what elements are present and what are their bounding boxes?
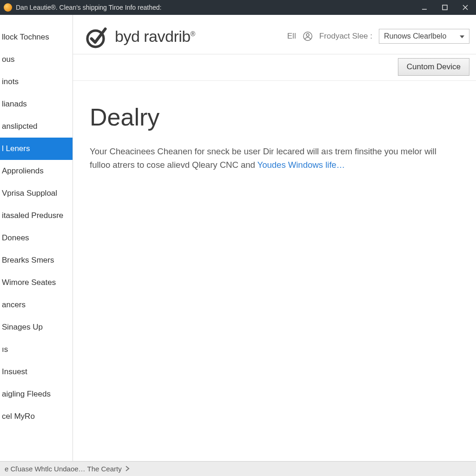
close-button[interactable] [461, 3, 469, 12]
main-panel: byd ravdrib® Ell Frodyact Slee : Runows … [73, 15, 476, 461]
sidebar-item[interactable]: l Leners [0, 138, 73, 160]
sidebar-item[interactable]: ous [0, 48, 73, 71]
logo-suffix: ® [191, 30, 195, 37]
sidebar-item[interactable]: Donees [0, 227, 73, 249]
maximize-button[interactable] [441, 3, 449, 12]
sidebar-item[interactable]: ıs [0, 338, 73, 361]
header: byd ravdrib® Ell Frodyact Slee : Runows … [73, 15, 476, 54]
window-titlebar: Dan Leautie®. Clean's shipping Tiroe Inf… [0, 0, 476, 15]
page-description: Your Cheacinees Cheanen for sneck be use… [90, 145, 459, 172]
window-controls [420, 3, 472, 12]
page-title: Dealry [90, 103, 459, 131]
sidebar: llock Tochnesousinotslianadsanslipctedl … [0, 15, 73, 461]
chevron-right-icon [125, 465, 130, 473]
sidebar-item[interactable]: Brearks Smers [0, 249, 73, 271]
status-text: e Cľuase Whtlc Undaoe… The Cearty [5, 465, 122, 473]
sidebar-item[interactable]: anslipcted [0, 115, 73, 138]
sidebar-item[interactable]: ancers [0, 294, 73, 316]
select-label: Frodyact Slee : [319, 32, 372, 41]
header-link-ell[interactable]: Ell [287, 32, 296, 41]
app-icon [4, 3, 12, 12]
custom-device-button[interactable]: Cuntom Device [398, 58, 469, 76]
header-controls: Ell Frodyact Slee : Runows Clearlbelo [287, 29, 469, 44]
sidebar-item[interactable]: inots [0, 71, 73, 93]
checkmark-icon [84, 23, 110, 49]
sidebar-item[interactable]: aigling Fleeds [0, 383, 73, 405]
sidebar-item[interactable]: cel MyRo [0, 405, 73, 428]
svg-point-6 [306, 33, 309, 36]
content-area: Dealry Your Cheacinees Cheanen for sneck… [73, 81, 476, 461]
minimize-button[interactable] [420, 3, 429, 12]
status-bar: e Cľuase Whtlc Undaoe… The Cearty [0, 461, 476, 476]
sidebar-item[interactable]: Wimore Seates [0, 271, 73, 294]
sidebar-item[interactable]: Approliends [0, 160, 73, 182]
sidebar-item[interactable]: lianads [0, 93, 73, 115]
sidebar-item[interactable]: llock Tochnes [0, 26, 73, 48]
sidebar-item[interactable]: Vprisa Supploal [0, 182, 73, 205]
svg-rect-1 [443, 5, 447, 10]
logo-text: byd ravdrib® [115, 27, 195, 46]
select-value: Runows Clearlbelo [384, 32, 446, 40]
product-select[interactable]: Runows Clearlbelo [379, 29, 469, 44]
logo: byd ravdrib® [84, 23, 195, 49]
sidebar-item[interactable]: Sinages Up [0, 316, 73, 338]
sidebar-item[interactable]: Insuest [0, 361, 73, 383]
windows-life-link[interactable]: Youdes Windows life… [258, 160, 345, 170]
logo-text-label: byd ravdrib [115, 27, 191, 45]
window-title: Dan Leautie®. Clean's shipping Tiroe Inf… [16, 4, 420, 11]
subheader: Cuntom Device [73, 54, 476, 81]
sidebar-item[interactable]: itasaled Predusre [0, 205, 73, 227]
user-circle-icon[interactable] [303, 31, 313, 41]
